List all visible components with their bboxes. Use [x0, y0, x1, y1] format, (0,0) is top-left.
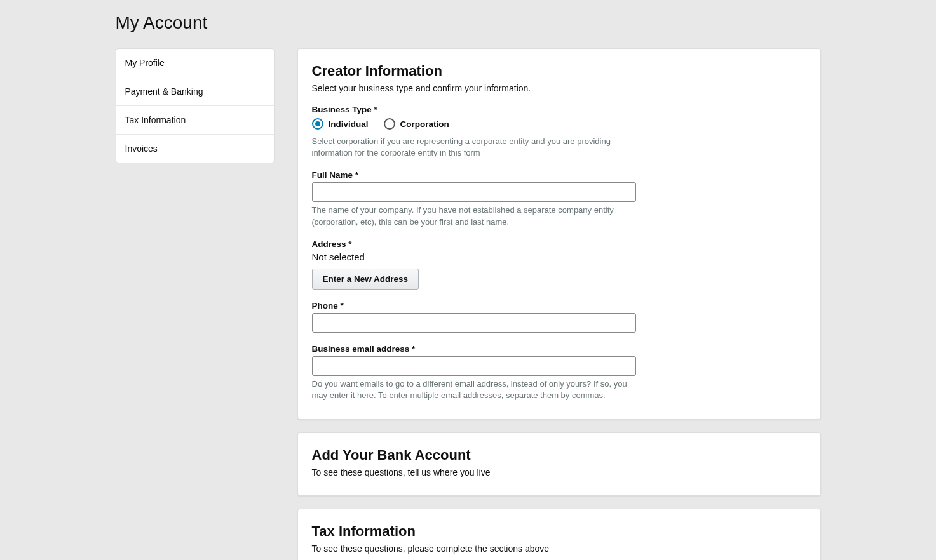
address-value: Not selected: [312, 251, 636, 262]
card-subtitle: To see these questions, please complete …: [312, 543, 806, 554]
email-helper: Do you want emails to go to a different …: [312, 378, 636, 401]
phone-input[interactable]: [312, 313, 636, 333]
sidebar: My Profile Payment & Banking Tax Informa…: [116, 48, 275, 163]
sidebar-item-tax-information[interactable]: Tax Information: [116, 106, 274, 135]
business-type-label: Business Type *: [312, 105, 636, 114]
full-name-helper: The name of your company. If you have no…: [312, 204, 636, 227]
sidebar-item-label: Invoices: [125, 143, 158, 154]
button-label: Enter a New Address: [323, 274, 409, 284]
card-subtitle: Select your business type and confirm yo…: [312, 83, 806, 93]
sidebar-item-label: Tax Information: [125, 115, 186, 125]
address-label: Address *: [312, 239, 636, 249]
main-content: Creator Information Select your business…: [297, 48, 821, 560]
email-input[interactable]: [312, 356, 636, 376]
tax-information-card: Tax Information To see these questions, …: [297, 509, 821, 560]
radio-label: Corporation: [400, 119, 449, 129]
radio-unselected-icon: [384, 118, 395, 130]
bank-account-card: Add Your Bank Account To see these quest…: [297, 432, 821, 496]
creator-information-card: Creator Information Select your business…: [297, 48, 821, 420]
sidebar-item-my-profile[interactable]: My Profile: [116, 49, 274, 77]
email-label: Business email address *: [312, 344, 636, 354]
sidebar-item-invoices[interactable]: Invoices: [116, 135, 274, 163]
card-title: Add Your Bank Account: [312, 447, 806, 463]
radio-selected-icon: [312, 118, 323, 130]
full-name-label: Full Name *: [312, 170, 636, 180]
card-title: Creator Information: [312, 63, 806, 79]
radio-corporation[interactable]: Corporation: [384, 118, 449, 130]
card-subtitle: To see these questions, tell us where yo…: [312, 467, 806, 477]
phone-label: Phone *: [312, 301, 636, 310]
sidebar-item-payment-banking[interactable]: Payment & Banking: [116, 77, 274, 106]
enter-new-address-button[interactable]: Enter a New Address: [312, 269, 419, 290]
radio-individual[interactable]: Individual: [312, 118, 369, 130]
full-name-input[interactable]: [312, 182, 636, 202]
sidebar-item-label: Payment & Banking: [125, 86, 203, 97]
radio-label: Individual: [329, 119, 369, 129]
business-type-helper: Select corporation if you are representi…: [312, 136, 636, 159]
card-title: Tax Information: [312, 523, 806, 540]
page-title: My Account: [116, 13, 821, 33]
sidebar-item-label: My Profile: [125, 58, 165, 68]
